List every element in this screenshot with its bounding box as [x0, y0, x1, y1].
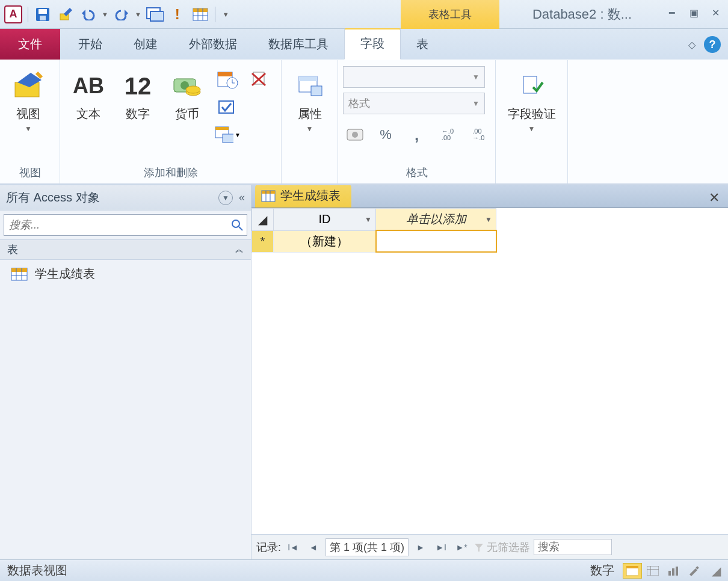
- group-label: [286, 165, 333, 183]
- nav-collapse-icon[interactable]: «: [239, 191, 245, 204]
- group-label: [501, 165, 563, 183]
- nav-search: [0, 211, 251, 239]
- tab-fields[interactable]: 字段: [344, 28, 401, 60]
- pivot-view-icon[interactable]: [643, 563, 662, 579]
- last-record-icon[interactable]: ►I: [433, 540, 449, 555]
- paint-icon[interactable]: [56, 5, 75, 24]
- document-tab[interactable]: 学生成绩表: [255, 185, 351, 208]
- cell-new-entry[interactable]: [376, 230, 496, 252]
- redo-dropdown-icon[interactable]: ▼: [135, 11, 141, 18]
- next-record-icon[interactable]: ►: [412, 540, 429, 555]
- datetime-field-icon[interactable]: [214, 67, 241, 91]
- collapse-ribbon-icon[interactable]: ◇: [685, 37, 699, 52]
- format-dropdown[interactable]: 格式▼: [343, 93, 485, 114]
- save-icon[interactable]: [33, 5, 52, 24]
- undo-icon[interactable]: [79, 5, 98, 24]
- column-dropdown-icon[interactable]: ▼: [485, 215, 492, 224]
- document-tabs: 学生成绩表 ✕: [251, 185, 728, 208]
- more-fields-icon[interactable]: ▼: [214, 123, 241, 147]
- redo-icon[interactable]: [112, 5, 131, 24]
- nav-header[interactable]: 所有 Access 对象 ▼ «: [0, 185, 251, 211]
- minimize-icon[interactable]: ━: [664, 5, 680, 20]
- undo-dropdown-icon[interactable]: ▼: [102, 11, 108, 18]
- datatype-dropdown[interactable]: ▼: [343, 66, 485, 88]
- currency-field-button[interactable]: 货币: [164, 66, 211, 124]
- first-record-icon[interactable]: I◄: [285, 540, 301, 555]
- svg-rect-2: [40, 16, 46, 20]
- group-label: 格式: [343, 163, 490, 183]
- datasheet-view-icon[interactable]: [623, 563, 642, 579]
- nav-group-tables[interactable]: 表 ︽: [0, 239, 251, 260]
- svg-point-15: [186, 86, 200, 93]
- increase-decimals-icon[interactable]: ←.0 .00: [436, 124, 459, 146]
- maximize-icon[interactable]: ▣: [686, 5, 702, 20]
- tab-create[interactable]: 创建: [118, 30, 173, 60]
- alert-icon[interactable]: !: [168, 5, 187, 24]
- quick-access-toolbar: A ▼ ▼ ! ▼: [0, 5, 232, 24]
- datasheet-grid[interactable]: ◢ ID▼ 单击以添加▼ * （新建）: [251, 208, 728, 534]
- tab-file[interactable]: 文件: [0, 29, 60, 60]
- comma-format-icon[interactable]: ,: [405, 124, 428, 146]
- tab-external-data[interactable]: 外部数据: [173, 30, 253, 60]
- chart-view-icon[interactable]: [664, 563, 683, 579]
- record-navigator: 记录: I◄ ◄ 第 1 项(共 1 项) ► ►I ►* 无筛选器: [251, 534, 728, 559]
- separator: [28, 7, 28, 22]
- svg-rect-47: [672, 568, 674, 576]
- number-field-button[interactable]: 12 数字: [114, 66, 161, 124]
- search-icon[interactable]: [227, 219, 247, 231]
- cell-id-new[interactable]: （新建）: [274, 230, 376, 252]
- column-dropdown-icon[interactable]: ▼: [365, 215, 372, 224]
- filter-status: 无筛选器: [474, 540, 530, 555]
- new-record-icon[interactable]: ►*: [453, 540, 470, 555]
- text-field-button[interactable]: AB 文本: [65, 66, 112, 124]
- collapse-group-icon[interactable]: ︽: [235, 244, 244, 255]
- qat-customize-icon[interactable]: ▼: [220, 11, 232, 18]
- nav-item-table[interactable]: 学生成绩表: [0, 260, 251, 288]
- app-icon[interactable]: A: [4, 5, 23, 24]
- status-view-name: 数据表视图: [7, 562, 67, 579]
- yesno-field-icon[interactable]: [214, 95, 241, 119]
- help-icon[interactable]: ?: [704, 36, 721, 53]
- svg-rect-7: [193, 8, 208, 12]
- ribbon: 视图 ▼ 视图 AB 文本 12 数字 货币 ▼: [0, 60, 728, 185]
- svg-rect-43: [647, 566, 659, 576]
- contextual-tab-title: 表格工具: [401, 0, 499, 29]
- tab-table[interactable]: 表: [401, 30, 444, 60]
- delete-field-icon[interactable]: [245, 67, 272, 91]
- field-validation-button[interactable]: 字段验证 ▼: [501, 66, 563, 135]
- svg-rect-38: [262, 191, 275, 194]
- close-document-icon[interactable]: ✕: [709, 190, 720, 206]
- nav-title: 所有 Access 对象: [6, 189, 100, 206]
- window-icon[interactable]: [145, 5, 164, 24]
- percent-format-icon[interactable]: %: [374, 124, 397, 146]
- decrease-decimals-icon[interactable]: .00 →.0: [467, 124, 490, 146]
- tab-database-tools[interactable]: 数据库工具: [253, 30, 344, 60]
- column-header-id[interactable]: ID▼: [274, 209, 376, 231]
- properties-button[interactable]: 属性 ▼: [286, 66, 333, 135]
- record-position[interactable]: 第 1 项(共 1 项): [325, 538, 409, 556]
- svg-point-30: [232, 220, 239, 227]
- table-icon[interactable]: [191, 5, 210, 24]
- record-search-input[interactable]: [534, 539, 612, 555]
- resize-grip-icon[interactable]: ◢: [712, 564, 721, 578]
- new-row-selector[interactable]: *: [252, 230, 274, 252]
- view-button[interactable]: 视图 ▼: [5, 66, 52, 135]
- table-icon: [261, 190, 276, 202]
- currency-format-icon[interactable]: [343, 124, 366, 146]
- ribbon-tabs: 文件 开始 创建 外部数据 数据库工具 字段 表 ◇ ?: [0, 29, 728, 60]
- svg-rect-21: [215, 127, 229, 130]
- nav-filter-icon[interactable]: ▼: [218, 191, 233, 205]
- svg-rect-25: [299, 76, 317, 81]
- prev-record-icon[interactable]: ◄: [305, 540, 322, 555]
- svg-rect-33: [11, 268, 27, 272]
- column-header-add[interactable]: 单击以添加▼: [376, 209, 496, 231]
- svg-rect-26: [311, 86, 322, 96]
- ribbon-group-properties: 属性 ▼: [282, 60, 338, 183]
- select-all-cell[interactable]: ◢: [252, 209, 274, 231]
- tab-home[interactable]: 开始: [63, 30, 118, 60]
- close-icon[interactable]: ✕: [708, 5, 723, 20]
- design-view-icon[interactable]: [684, 563, 703, 579]
- view-switcher: [623, 563, 703, 579]
- main-area: 所有 Access 对象 ▼ « 表 ︽ 学生成绩表: [0, 185, 728, 559]
- nav-search-input[interactable]: [4, 219, 227, 232]
